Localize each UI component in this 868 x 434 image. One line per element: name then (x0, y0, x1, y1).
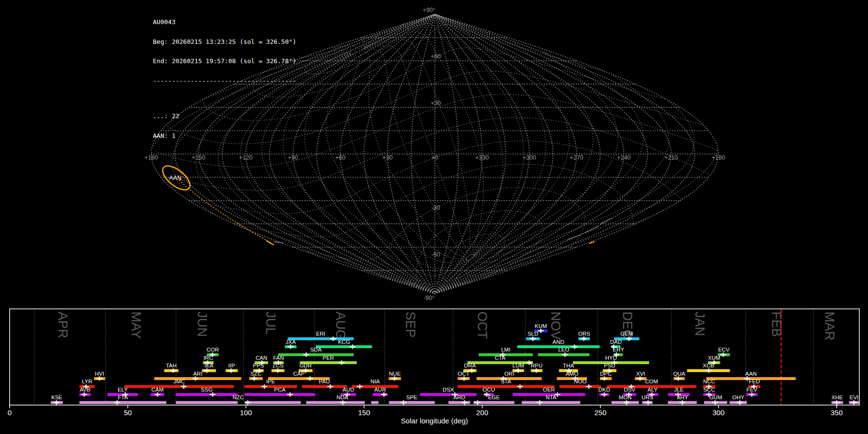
shower-label-KCG: KCG (338, 339, 350, 345)
shower-label-ORI: ORI (504, 371, 514, 377)
shower-label-THA: THA (563, 363, 574, 368)
shower-label-NIA: NIA (370, 379, 380, 384)
peak-marker-XCB (706, 368, 712, 373)
shower-label-ERI: ERI (316, 331, 326, 337)
peak-marker-KSE (54, 400, 59, 405)
month-label-MAR: MAR (822, 312, 837, 340)
shower-label-AUR: AUR (374, 387, 386, 393)
peak-marker-AUR (381, 393, 387, 397)
month-label-MAY: MAY (129, 312, 143, 339)
x-tick-label: 150 (358, 408, 370, 417)
x-axis: 050100150200250300350Solar longitude (de… (8, 405, 843, 425)
shower-label-HYD: HYD (605, 355, 617, 361)
peak-marker-HVI (96, 377, 102, 381)
month-label-OCT: OCT (475, 312, 489, 339)
peak-marker-QUA (676, 377, 681, 381)
shower-label-DAD: DAD (610, 339, 622, 345)
shower-label-ARD: ARD (453, 394, 465, 400)
shower-label-QUA: QUA (673, 371, 685, 377)
session-id: AU0043 (153, 19, 296, 26)
shower-label-PPS: PPS (253, 363, 264, 368)
shower-label-DSV: DSV (624, 387, 636, 393)
shower-label-GDR: GDR (299, 363, 312, 368)
shower-label-CAN: CAN (256, 355, 267, 361)
bar-SPE (389, 401, 435, 404)
month-label-JUN: JUN (195, 312, 209, 337)
bar-LMI (479, 353, 533, 356)
shower-label-SZC: SZC (250, 371, 261, 377)
shower-label-XHE: XHE (831, 394, 843, 400)
peak-marker-AVB (81, 393, 87, 397)
peak-marker-DRA (469, 368, 475, 373)
shower-label-URS: URS (641, 394, 653, 400)
shower-label-ORS: ORS (578, 331, 590, 337)
peak-marker-NZC (245, 400, 251, 405)
x-axis-title: Solar longitude (deg) (401, 417, 468, 425)
month-label-APR: APR (55, 312, 70, 339)
peak-marker-FEV (749, 393, 755, 397)
shower-label-AMO: AMO (566, 371, 578, 377)
shower-label-SSG: SSG (201, 387, 213, 393)
peak-marker-SSG (210, 393, 216, 397)
peak-marker-PAU (327, 384, 333, 389)
peak-marker-CAM (155, 393, 161, 397)
shower-label-MON: MON (619, 394, 632, 400)
peak-marker-LUM (515, 368, 521, 373)
shower-label-NOO: NOO (574, 379, 586, 384)
shower-label-LMI: LMI (501, 347, 510, 353)
x-tick-label: 250 (594, 408, 606, 417)
shower-label-PER: PER (323, 355, 334, 361)
peak-marker-SPE (401, 400, 407, 405)
shower-label-SCC: SCC (703, 387, 715, 393)
shower-label-ALY: ALY (648, 387, 658, 393)
shower-label-FED: FED (749, 379, 760, 384)
bar-KCG (316, 345, 372, 348)
shower-label-XCB: XCB (703, 363, 714, 368)
activity-bars: KUMERISLDORSGEMJXAKCGANDDADCORSDALMILEOE… (51, 323, 859, 405)
bar-NZC (245, 401, 301, 404)
shower-label-XUM: XUM (708, 355, 720, 361)
peak-marker-AND (572, 345, 578, 349)
shower-label-CAM: CAM (151, 387, 164, 393)
shower-label-COM: COM (645, 379, 658, 384)
bar-DSX (420, 393, 476, 396)
month-label-NOV: NOV (548, 312, 563, 340)
peak-marker-IIP (228, 368, 234, 373)
shower-label-DRA: DRA (464, 363, 476, 368)
bar-NZC (176, 401, 238, 404)
info-divider: -------------------------------------- (153, 78, 296, 84)
bar-JMC (124, 385, 234, 388)
bar-SDA (278, 353, 354, 356)
peak-marker-JXA (288, 345, 294, 349)
shower-label-IPE: IPE (266, 379, 275, 384)
shower-label-GEM: GEM (620, 331, 633, 337)
bar-FTA (80, 401, 166, 404)
shower-label-PCA: PCA (274, 387, 285, 393)
shower-label-AND: AND (553, 339, 564, 345)
peak-marker-CAP (307, 377, 313, 381)
shower-label-SDA: SDA (310, 347, 322, 353)
sporadic-count-line: ...: 22 (153, 113, 296, 120)
peak-marker-TAH (170, 368, 176, 373)
peak-marker-STA (517, 384, 523, 389)
shower-label-OCT: OCT (458, 371, 469, 377)
shower-label-FTA: FTA (118, 394, 128, 400)
peak-marker-DKD (601, 393, 607, 397)
aan-count-line: AAN: 1 (153, 133, 296, 139)
shower-label-SPE: SPE (406, 394, 417, 400)
shower-label-IIP: IIP (228, 363, 235, 368)
peak-marker-DPC (601, 377, 607, 381)
shower-label-FEV: FEV (746, 387, 758, 393)
meteor-session-screen: +90°-90°+180+150+120+90+60+30+0+330+300+… (0, 0, 868, 434)
x-tick-label: 200 (476, 408, 488, 417)
shower-label-EHY: EHY (613, 347, 624, 353)
bar-NTA (522, 401, 581, 404)
peak-marker-PER (339, 361, 345, 365)
peak-marker-FTA (114, 400, 120, 405)
session-begin-line: Beg: 20260215 13:23:25 (sol = 326.50°) (153, 39, 296, 45)
bar-IPE (244, 385, 297, 388)
shower-label-GUM: GUM (709, 394, 722, 400)
shower-label-CTA: CTA (495, 355, 505, 361)
shower-label-SLD: SLD (528, 331, 538, 337)
peak-marker-RPU (533, 368, 539, 373)
